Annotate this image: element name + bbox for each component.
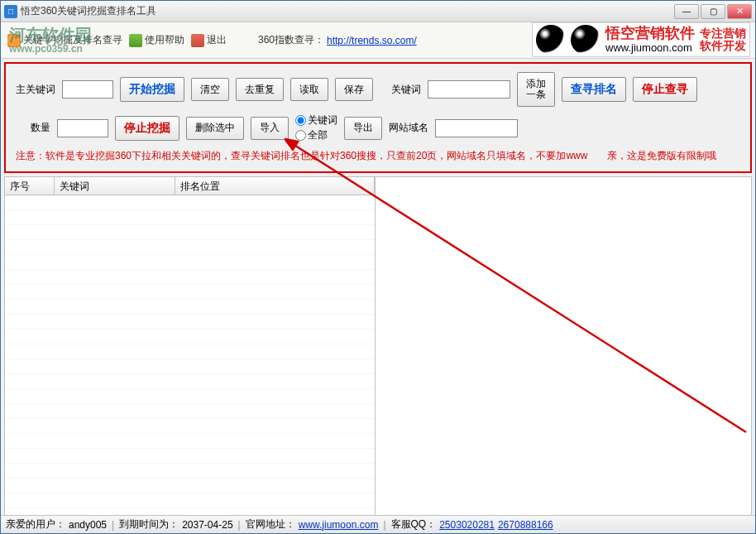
qq-penguin-icon	[571, 25, 600, 55]
stop-mining-button[interactable]: 停止挖掘	[115, 116, 179, 141]
status-qq-label: 客服QQ：	[391, 517, 437, 532]
app-window: 悟空360关键词挖掘查排名工具 河东软件园 www.pc0359.cn 关键字挖…	[0, 0, 756, 534]
status-user-label: 亲爱的用户：	[6, 517, 65, 532]
status-expire-label: 到期时间为：	[119, 517, 179, 532]
save-button[interactable]: 保存	[335, 78, 373, 101]
status-expire: 2037-04-25	[182, 519, 232, 531]
brand-name: 悟空营销软件	[605, 26, 695, 42]
notice-text: 注意：软件是专业挖掘360下拉和相关关键词的，查寻关键词排名也是针对360搜搜，…	[11, 146, 745, 166]
window-title: 悟空360关键词挖掘查排名工具	[21, 4, 674, 18]
toolbar-item-help[interactable]: 使用帮助	[129, 33, 184, 47]
toolbar-item-search[interactable]: 关键字挖掘及排名查寻	[7, 33, 122, 47]
status-site-link[interactable]: www.jiumoon.com	[299, 519, 379, 531]
main-keyword-label: 主关键词	[16, 83, 55, 97]
domain-input[interactable]	[435, 119, 518, 137]
toolbar-item-exit[interactable]: 退出	[191, 33, 227, 47]
exit-icon	[191, 34, 204, 47]
radio-all[interactable]: 全部	[295, 128, 337, 142]
results-table: 序号 关键词 排名位置	[5, 177, 376, 518]
read-button[interactable]: 读取	[290, 78, 328, 101]
brand-banner: 悟空营销软件 www.jiumoon.com 专注营销 软件开发	[532, 22, 750, 57]
status-user: andy005	[69, 519, 107, 531]
radio-keyword[interactable]: 关键词	[295, 113, 337, 127]
import-button[interactable]: 导入	[251, 117, 289, 140]
table-body[interactable]	[5, 195, 375, 518]
export-scope-radios: 关键词 全部	[295, 113, 337, 142]
keyword-label: 关键词	[391, 83, 421, 97]
stop-search-button[interactable]: 停止查寻	[633, 77, 697, 102]
col-keyword[interactable]: 关键词	[55, 177, 175, 195]
right-panel	[376, 177, 751, 518]
brand-tag1: 专注营销	[700, 27, 746, 40]
count-input[interactable]	[57, 119, 108, 137]
dedupe-button[interactable]: 去重复	[236, 78, 284, 101]
index-link[interactable]: http://trends.so.com/	[327, 35, 417, 46]
export-button[interactable]: 导出	[344, 117, 382, 140]
domain-label: 网站域名	[389, 121, 428, 135]
search-rank-button[interactable]: 查寻排名	[562, 77, 626, 102]
brand-tag2: 软件开发	[700, 40, 746, 52]
search-icon	[7, 34, 21, 47]
control-panel: 主关键词 开始挖掘 清空 去重复 读取 保存 关键词 添加 一条 查寻排名 停止…	[4, 62, 752, 173]
maximize-button[interactable]	[701, 4, 725, 19]
add-one-button[interactable]: 添加 一条	[517, 72, 555, 107]
delete-selected-button[interactable]: 删除选中	[186, 117, 244, 140]
table-header: 序号 关键词 排名位置	[5, 177, 375, 195]
close-button[interactable]	[727, 4, 752, 19]
minimize-button[interactable]	[674, 4, 699, 19]
qq-penguin-icon	[536, 25, 566, 55]
col-index[interactable]: 序号	[5, 177, 55, 195]
keyword-input[interactable]	[428, 80, 510, 99]
clear-button[interactable]: 清空	[191, 78, 229, 101]
toolbar: 关键字挖掘及排名查寻 使用帮助 退出 360指数查寻： http://trend…	[1, 22, 755, 59]
titlebar: 悟空360关键词挖掘查排名工具	[1, 1, 755, 22]
status-qq2-link[interactable]: 2670888166	[498, 519, 553, 531]
col-rank[interactable]: 排名位置	[175, 177, 375, 195]
main-keyword-input[interactable]	[62, 80, 113, 99]
statusbar: 亲爱的用户： andy005 | 到期时间为： 2037-04-25 | 官网地…	[1, 515, 755, 533]
start-mining-button[interactable]: 开始挖掘	[120, 77, 184, 102]
status-site-label: 官网地址：	[246, 517, 295, 532]
app-icon	[4, 5, 17, 18]
index-search-label: 360指数查寻： http://trends.so.com/	[258, 33, 417, 47]
count-label: 数量	[31, 121, 50, 135]
brand-url: www.jiumoon.com	[605, 42, 695, 54]
help-icon	[129, 34, 142, 47]
content-area: 序号 关键词 排名位置	[4, 176, 752, 519]
status-qq1-link[interactable]: 2503020281	[439, 519, 495, 531]
